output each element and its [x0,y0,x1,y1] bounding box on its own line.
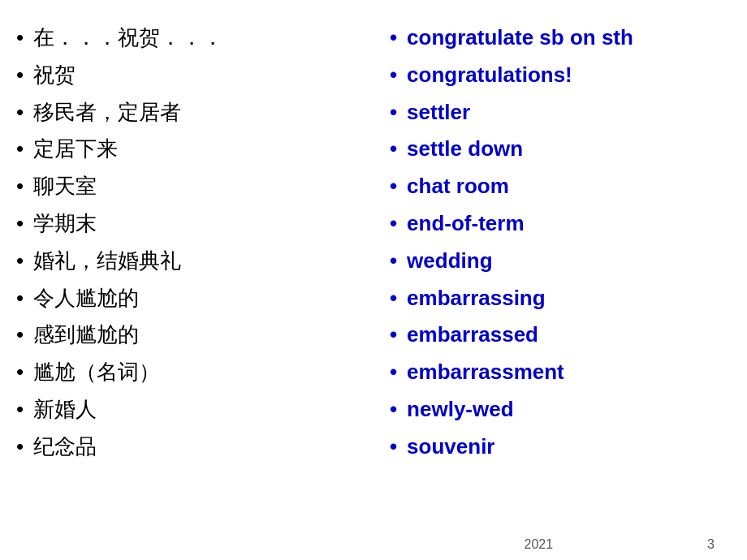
english-list-item: •chat room [390,173,731,200]
bullet-icon: • [390,210,397,238]
bullet-icon: • [390,433,397,461]
chinese-list-item: •感到尴尬的 [16,321,357,349]
content-area: •在．．．祝贺．．．•祝贺•移民者，定居者•定居下来•聊天室•学期末•婚礼，结婚… [0,0,747,519]
bullet-icon: • [16,173,24,200]
english-list-item: •embarrassment [390,359,731,386]
english-list-item: •souvenir [390,433,731,461]
bullet-icon: • [16,396,24,424]
bullet-icon: • [390,285,397,312]
english-list-item: •settle down [390,136,731,163]
bullet-icon: • [16,433,24,461]
bullet-icon: • [390,136,397,163]
chinese-list: •在．．．祝贺．．．•祝贺•移民者，定居者•定居下来•聊天室•学期末•婚礼，结婚… [16,24,357,461]
bullet-icon: • [16,321,24,349]
bullet-icon: • [16,359,24,386]
bullet-icon: • [390,99,397,127]
chinese-list-item: •学期末 [16,210,357,238]
bullet-icon: • [16,248,24,275]
bullet-icon: • [390,173,397,200]
chinese-list-item: •移民者，定居者 [16,99,357,127]
english-list-item: •end-of-term [390,210,731,238]
chinese-list-item: •聊天室 [16,173,357,200]
chinese-list-item: •纪念品 [16,433,357,461]
bullet-icon: • [390,248,397,275]
english-list-item: •congratulate sb on sth [390,24,731,52]
chinese-list-item: •定居下来 [16,136,357,163]
english-list-item: •newly-wed [390,396,731,424]
bullet-icon: • [16,99,24,127]
bullet-icon: • [390,24,397,52]
chinese-list-item: •令人尴尬的 [16,285,357,312]
bullet-icon: • [16,210,24,238]
english-list-item: •settler [390,99,731,127]
footer-page: 3 [707,537,715,552]
chinese-list-item: •祝贺 [16,62,357,89]
footer-year: 2021 [370,537,708,552]
english-list-item: •congratulations! [390,62,731,89]
english-list-item: •embarrassed [390,321,731,349]
bullet-icon: • [16,24,24,52]
right-column: •congratulate sb on sth•congratulations!… [374,24,731,479]
chinese-list-item: •婚礼，结婚典礼 [16,248,357,275]
english-list-item: •wedding [390,248,731,275]
bullet-icon: • [16,285,24,312]
chinese-list-item: •在．．．祝贺．．． [16,24,357,52]
bullet-icon: • [16,62,24,89]
chinese-list-item: •尴尬（名词） [16,359,357,386]
bullet-icon: • [390,359,397,386]
english-list-item: •embarrassing [390,285,731,312]
left-column: •在．．．祝贺．．．•祝贺•移民者，定居者•定居下来•聊天室•学期末•婚礼，结婚… [16,24,374,479]
footer: 2021 3 [0,537,747,552]
bullet-icon: • [16,136,24,163]
bullet-icon: • [390,321,397,349]
bullet-icon: • [390,62,397,89]
english-list: •congratulate sb on sth•congratulations!… [390,24,731,461]
chinese-list-item: •新婚人 [16,396,357,424]
bullet-icon: • [390,396,397,424]
